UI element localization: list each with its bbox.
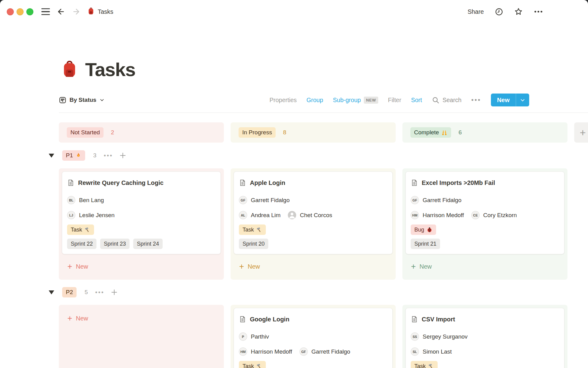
toolbar-item-label: Sub-group bbox=[333, 97, 361, 104]
toolbar-item-group[interactable]: Group bbox=[307, 97, 323, 104]
column-header-not-started: Not Started2 bbox=[59, 122, 224, 143]
page-icon bbox=[67, 179, 74, 186]
avatar: GF bbox=[239, 196, 247, 204]
tag-label: Task bbox=[414, 363, 426, 368]
new-card-button[interactable]: +New bbox=[405, 260, 564, 273]
hammer-icon bbox=[256, 227, 262, 233]
sidebar-menu-icon[interactable] bbox=[41, 8, 50, 15]
zoom-window-button[interactable] bbox=[26, 8, 33, 15]
share-button[interactable]: Share bbox=[468, 8, 484, 15]
card-title: Google Login bbox=[250, 316, 289, 323]
toolbar-item-sub-group[interactable]: Sub-groupNEW bbox=[333, 97, 378, 104]
plus-icon bbox=[119, 152, 126, 159]
toolbar-item-sort[interactable]: Sort bbox=[411, 97, 422, 104]
collapse-toggle-icon[interactable] bbox=[49, 290, 54, 294]
page-backpack-icon[interactable] bbox=[61, 60, 78, 79]
assignee-name: Chet Corcos bbox=[300, 212, 332, 219]
ladybug-icon bbox=[427, 227, 432, 233]
assignee-row: BLBen Lang bbox=[67, 193, 216, 208]
collapse-toggle-icon[interactable] bbox=[49, 154, 54, 158]
new-button[interactable]: New bbox=[491, 94, 529, 106]
avatar: AL bbox=[239, 211, 247, 219]
avatar: BL bbox=[67, 196, 75, 204]
avatar: SL bbox=[411, 347, 419, 356]
task-card[interactable]: Apple LoginGFGarrett FidalgoALAndrea Lim… bbox=[234, 171, 393, 254]
view-switcher[interactable]: By Status bbox=[59, 96, 104, 104]
assignee-name: Garrett Fidalgo bbox=[251, 197, 290, 204]
assignee-name: Garrett Fidalgo bbox=[423, 197, 462, 204]
more-options-button[interactable] bbox=[534, 10, 543, 13]
assignee-name: Simon Last bbox=[423, 348, 452, 355]
hammer-icon bbox=[85, 227, 90, 233]
toolbar-divider bbox=[59, 113, 588, 113]
assignee-row: LJLeslie Jensen bbox=[67, 208, 216, 223]
assignee: GFGarrett Fidalgo bbox=[411, 196, 462, 204]
toolbar-item-properties[interactable]: Properties bbox=[270, 97, 297, 104]
notion-window: Tasks Share Tasks By Status Prope bbox=[0, 0, 588, 368]
column-count: 8 bbox=[283, 129, 286, 136]
new-button-label[interactable]: New bbox=[491, 94, 516, 106]
avatar: HM bbox=[239, 347, 247, 356]
status-chip[interactable]: Not Started bbox=[67, 127, 104, 138]
page-icon bbox=[239, 316, 246, 323]
new-card-button[interactable]: +New bbox=[234, 260, 393, 273]
group-more-button[interactable]: ••• bbox=[104, 152, 113, 159]
new-card-button[interactable]: +New bbox=[62, 312, 221, 325]
page-icon bbox=[67, 179, 74, 186]
new-card-button[interactable]: +New bbox=[62, 260, 221, 273]
assignee-row: SLSimon Last bbox=[411, 344, 559, 359]
sprint-row: Sprint 21 bbox=[411, 239, 559, 249]
search-button[interactable]: Search bbox=[432, 96, 462, 104]
forward-button[interactable] bbox=[72, 7, 81, 16]
status-chip[interactable]: In Progress bbox=[239, 127, 276, 138]
group-add-button[interactable] bbox=[111, 289, 118, 296]
card-title-row: Excel Imports >20Mb Fail bbox=[411, 177, 559, 189]
breadcrumb-title: Tasks bbox=[98, 8, 113, 15]
group-chip[interactable]: P2 bbox=[62, 287, 77, 297]
new-button-dropdown[interactable] bbox=[516, 94, 529, 106]
plus-icon: + bbox=[411, 263, 416, 271]
view-more-options-button[interactable]: ••• bbox=[471, 96, 481, 104]
toolbar-item-filter[interactable]: Filter bbox=[388, 97, 401, 104]
group-more-button[interactable]: ••• bbox=[95, 289, 104, 296]
card-title-row: Apple Login bbox=[239, 177, 387, 189]
plus-icon: + bbox=[67, 314, 72, 323]
view-toolbar: By Status PropertiesGroupSub-groupNEWFil… bbox=[59, 93, 529, 107]
task-card[interactable]: Excel Imports >20Mb FailGFGarrett Fidalg… bbox=[405, 171, 564, 254]
updates-clock-button[interactable] bbox=[495, 8, 503, 16]
assignee: ALAndrea Lim bbox=[239, 211, 281, 219]
group-add-button[interactable] bbox=[119, 152, 126, 159]
favorite-star-button[interactable] bbox=[514, 7, 523, 16]
assignee: HMHarrison Medoff bbox=[411, 211, 464, 219]
group-chip[interactable]: P1 bbox=[62, 150, 85, 161]
minimize-window-button[interactable] bbox=[17, 8, 24, 15]
group-count: 5 bbox=[85, 289, 88, 296]
tag-chip: Bug bbox=[411, 224, 436, 235]
tag-row: Task bbox=[239, 224, 387, 235]
tag-chip: Task bbox=[239, 224, 266, 235]
close-window-button[interactable] bbox=[7, 8, 14, 15]
assignee: CECory Etzkorn bbox=[471, 211, 517, 219]
sprint-chip: Sprint 24 bbox=[133, 239, 163, 249]
breadcrumb[interactable]: Tasks bbox=[87, 7, 113, 16]
search-icon bbox=[432, 96, 439, 104]
topbar: Tasks Share bbox=[0, 0, 588, 23]
add-group-button[interactable]: + bbox=[574, 122, 588, 143]
task-card[interactable]: Google LoginPParthivHMHarrison MedoffGFG… bbox=[234, 308, 393, 368]
task-card[interactable]: CSV ImportSSSergey SurganovSLSimon LastT… bbox=[405, 308, 564, 368]
status-chip[interactable]: Complete bbox=[410, 127, 451, 138]
back-button[interactable] bbox=[57, 7, 65, 16]
page-title[interactable]: Tasks bbox=[85, 60, 135, 79]
fire-icon bbox=[75, 152, 81, 159]
assignee-name: Leslie Jensen bbox=[79, 212, 115, 219]
fire-icon bbox=[75, 152, 81, 159]
chevron-down-icon bbox=[520, 98, 525, 103]
card-title: CSV Import bbox=[422, 316, 455, 323]
task-card[interactable]: Rewrite Query Caching LogicBLBen LangLJL… bbox=[62, 171, 221, 254]
tag-row: Task bbox=[67, 224, 216, 235]
assignee: HMHarrison Medoff bbox=[239, 347, 292, 356]
sprint-row: Sprint 22Sprint 23Sprint 24 bbox=[67, 239, 216, 249]
sprint-row: Sprint 20 bbox=[239, 239, 387, 249]
view-toolbar-actions: PropertiesGroupSub-groupNEWFilterSort Se… bbox=[270, 94, 529, 106]
page-icon bbox=[411, 179, 418, 186]
